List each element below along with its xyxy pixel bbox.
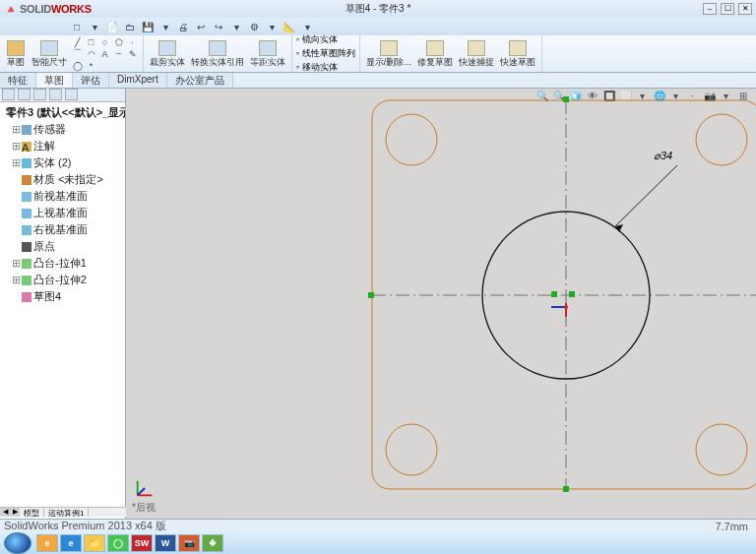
sketch-tool-3[interactable]: ⬠ [112, 36, 125, 47]
tree-tab-4[interactable] [49, 89, 62, 100]
taskbar-app-3[interactable]: ◯ [107, 534, 129, 552]
tree-bottom-tabs: ◀ ▶ 模型 运动算例1 [0, 507, 126, 517]
qat-item-11[interactable]: ▾ [264, 20, 280, 33]
util-tool-3[interactable]: 快速草图 [498, 36, 537, 71]
sketch-tool-11[interactable]: * [85, 60, 97, 71]
windows-taskbar: ee📁◯SWW📷❖ [0, 532, 756, 554]
taskbar-app-7[interactable]: ❖ [202, 534, 223, 552]
ribbon-group-pattern: ▫ 镜向实体▫ 线性草图阵列▫ 移动实体 [292, 35, 360, 72]
taskbar-app-5[interactable]: W [155, 534, 176, 552]
feature-tree-panel: 零件3 (默认<<默认>_显示状态⊞传感器⊞A注解⊞实体 (2)材质 <未指定>… [0, 89, 126, 519]
main-area: 零件3 (默认<<默认>_显示状态⊞传感器⊞A注解⊞实体 (2)材质 <未指定>… [0, 89, 756, 519]
modify-tool-2[interactable]: 等距实体 [248, 36, 287, 71]
qat-item-13[interactable]: ▾ [299, 20, 315, 33]
tree-item-0[interactable]: ⊞传感器 [2, 121, 123, 138]
sketch-tool-4[interactable]: · [126, 36, 139, 47]
sketch-handles [368, 96, 756, 492]
modify-tool-0[interactable]: 裁剪实体 [148, 36, 187, 71]
corner-hole-tl [386, 114, 437, 165]
qat-item-12[interactable]: 📐 [282, 20, 297, 33]
sketch-tool-6[interactable]: ◠ [85, 48, 97, 59]
qat-item-7[interactable]: ↩ [193, 20, 209, 33]
command-tab-2[interactable]: 评估 [73, 73, 109, 88]
command-tab-4[interactable]: 办公室产品 [167, 73, 233, 88]
dim-leader [615, 165, 677, 226]
svg-rect-5 [569, 291, 575, 297]
plate-outline [372, 100, 756, 489]
motion-study-tab[interactable]: 运动算例1 [44, 508, 89, 517]
status-version: SolidWorks Premium 2013 x64 版 [4, 519, 166, 533]
command-tab-3[interactable]: DimXpert [109, 73, 167, 88]
qat-item-3[interactable]: 🗀 [122, 20, 138, 33]
pattern-tool-0[interactable]: ▫ 镜向实体 [296, 33, 355, 46]
minimize-button[interactable]: – [703, 3, 717, 15]
taskbar-app-2[interactable]: 📁 [84, 534, 105, 552]
tree-item-5[interactable]: 上视基准面 [2, 205, 123, 221]
util-tool-1[interactable]: 修复草图 [415, 36, 455, 71]
taskbar-app-4[interactable]: SW [131, 534, 153, 552]
model-tab[interactable]: 模型 [20, 508, 44, 517]
svg-rect-4 [551, 291, 557, 297]
tree-item-9[interactable]: ⊞凸台-拉伸2 [2, 272, 123, 288]
util-tool-2[interactable]: 快速捕捉 [457, 36, 496, 71]
qat-item-0[interactable]: □ [69, 20, 85, 33]
tree-root-label[interactable]: 零件3 (默认<<默认>_显示状态 [6, 105, 126, 120]
view-orientation-label: *后视 [132, 501, 156, 515]
corner-hole-bl [386, 424, 437, 475]
start-button[interactable] [4, 532, 32, 554]
tree-item-4[interactable]: 前视基准面 [2, 188, 123, 205]
qat-item-8[interactable]: ↪ [211, 20, 226, 33]
dim-text[interactable]: ⌀34 [654, 150, 672, 161]
view-triad [134, 477, 156, 499]
qat-item-1[interactable]: ▾ [87, 20, 102, 33]
tree-item-8[interactable]: ⊞凸台-拉伸1 [2, 255, 123, 272]
graphics-area[interactable]: 🔍🔍🧊👁🔲⬜▾🌐▾·📷▾⊞ ⌀34 [126, 89, 756, 519]
qat-item-4[interactable]: 💾 [140, 20, 156, 33]
pattern-tool-2[interactable]: ▫ 移动实体 [296, 61, 355, 74]
tree-tab-5[interactable] [65, 89, 78, 100]
tree-tab-2[interactable] [18, 89, 31, 100]
exit-sketch-button[interactable]: 草图 [4, 36, 28, 71]
taskbar-app-1[interactable]: e [60, 534, 82, 552]
sketch-tool-9[interactable]: ✎ [126, 48, 139, 59]
taskbar-app-6[interactable]: 📷 [178, 534, 200, 552]
sketch-tool-1[interactable]: □ [85, 36, 97, 47]
qat-item-6[interactable]: 🖨 [175, 20, 191, 33]
sketch-tool-8[interactable]: ～ [112, 48, 125, 59]
sketch-tool-5[interactable]: ⌒ [71, 48, 84, 59]
qat-item-9[interactable]: ▾ [228, 20, 244, 33]
brand-works: WORKS [51, 3, 92, 15]
pattern-tool-1[interactable]: ▫ 线性草图阵列 [296, 47, 355, 60]
tree-item-7[interactable]: 原点 [2, 238, 123, 255]
maximize-button[interactable]: ☐ [721, 3, 734, 15]
quick-access-toolbar: □▾📄🗀💾▾🖨↩↪▾⚙▾📐▾ [0, 18, 756, 35]
sketch-tool-7[interactable]: A [98, 48, 111, 59]
command-tab-0[interactable]: 特征 [0, 73, 36, 88]
qat-item-5[interactable]: ▾ [158, 20, 173, 33]
tree-item-10[interactable]: 草图4 [2, 288, 123, 305]
modify-tool-1[interactable]: 转换实体引用 [189, 36, 246, 71]
sketch-tool-2[interactable]: ○ [98, 36, 111, 47]
tree-item-2[interactable]: ⊞实体 (2) [2, 154, 123, 171]
close-button[interactable]: ✕ [738, 3, 752, 15]
taskbar-app-0[interactable]: e [36, 534, 58, 552]
tree-scroll-left[interactable]: ◀ [0, 508, 10, 517]
tree-item-3[interactable]: 材质 <未指定> [2, 171, 123, 188]
feature-tree[interactable]: 零件3 (默认<<默认>_显示状态⊞传感器⊞A注解⊞实体 (2)材质 <未指定>… [0, 102, 125, 307]
tree-item-6[interactable]: 右视基准面 [2, 221, 123, 238]
logo-a: 🔺 [4, 3, 18, 15]
tree-tab-3[interactable] [33, 89, 46, 100]
sketch-tool-10[interactable]: ◯ [71, 60, 84, 71]
ribbon-group-modify: 裁剪实体转换实体引用等距实体 [144, 35, 292, 72]
qat-item-10[interactable]: ⚙ [246, 20, 262, 33]
qat-item-2[interactable]: 📄 [104, 20, 120, 33]
util-tool-0[interactable]: 显示/删除... [364, 36, 413, 71]
ribbon-group-util: 显示/删除...修复草图快速捕捉快速草图 [360, 35, 542, 72]
document-title: 草图4 - 零件3 * [346, 2, 411, 16]
smart-dimension-button[interactable]: 智能尺寸 [30, 36, 69, 71]
tree-scroll-right[interactable]: ▶ [10, 508, 20, 517]
tree-tab-1[interactable] [2, 89, 15, 100]
command-tab-1[interactable]: 草图 [36, 73, 73, 88]
tree-item-1[interactable]: ⊞A注解 [2, 138, 123, 154]
sketch-tool-0[interactable]: ╱ [71, 36, 84, 47]
